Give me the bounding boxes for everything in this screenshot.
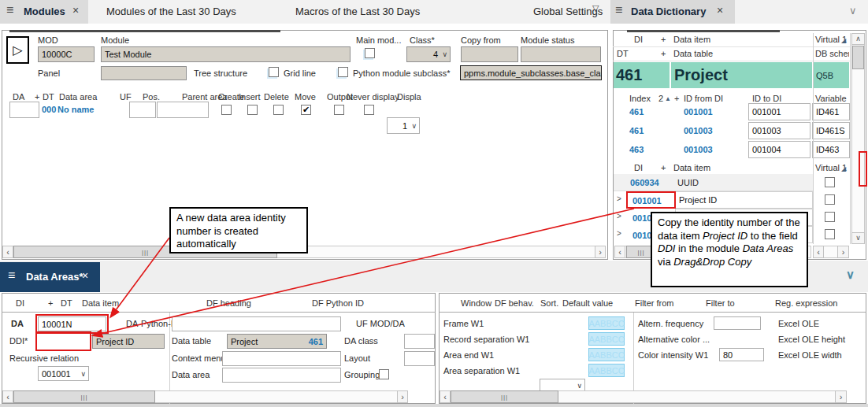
dict-data-item-header[interactable]: Data item: [673, 35, 710, 44]
layout-field[interactable]: [404, 351, 435, 366]
item-name-value[interactable]: UUID: [677, 178, 699, 187]
tab-data-areas[interactable]: ≡ Data Areas* ×: [0, 262, 100, 292]
id-to-cell[interactable]: 001004: [748, 141, 811, 158]
main-mod-checkbox[interactable]: [365, 48, 375, 58]
add-icon[interactable]: +: [674, 94, 679, 103]
expand-chevron-icon[interactable]: ∨: [846, 268, 855, 282]
variable-cell[interactable]: ID463: [812, 141, 850, 158]
index-value[interactable]: 463: [629, 145, 644, 154]
col-filter-to[interactable]: Filter to: [706, 298, 735, 308]
item-name-cell[interactable]: Project ID: [675, 191, 813, 209]
context-menu-field[interactable]: [222, 351, 341, 366]
class-dropdown[interactable]: 4: [406, 46, 451, 62]
python-subclass-checkbox[interactable]: [338, 67, 348, 77]
col-df-python-id[interactable]: DF Python ID: [312, 298, 364, 308]
selected-table-name[interactable]: Project: [671, 62, 812, 88]
col-uf[interactable]: UF: [120, 92, 132, 102]
id-from-value[interactable]: 001003: [684, 145, 713, 154]
col-data-item[interactable]: Data item: [82, 298, 119, 308]
tab-overflow-icon[interactable]: ▽: [592, 3, 599, 13]
create-checkbox[interactable]: [221, 105, 232, 115]
frame-w1-color-swatch[interactable]: AABBCC: [588, 316, 625, 330]
grid-line-checkbox[interactable]: [269, 67, 279, 77]
row-dt-value[interactable]: 000: [42, 105, 56, 114]
index-col-header[interactable]: Index: [629, 94, 651, 103]
python-subclass-field[interactable]: ppms.module_subclasses.base_class: [460, 65, 602, 80]
add-icon[interactable]: +: [661, 35, 666, 44]
delete-checkbox[interactable]: [273, 105, 284, 115]
col-never-display[interactable]: Never display: [347, 92, 399, 102]
mod-field[interactable]: 10000C: [38, 46, 95, 62]
grouping-checkbox[interactable]: [379, 369, 389, 379]
scroll-right-button[interactable]: ›: [837, 246, 849, 258]
never-display-checkbox[interactable]: [364, 105, 374, 115]
col-data-area[interactable]: Data area: [59, 92, 97, 102]
virtual-checkbox[interactable]: [825, 177, 835, 187]
da-class-field[interactable]: [404, 334, 435, 349]
scroll-down-button[interactable]: ∨: [851, 232, 865, 244]
panel-field[interactable]: [101, 66, 187, 80]
display-dropdown[interactable]: 1: [387, 117, 420, 134]
col-display[interactable]: Displa: [397, 92, 421, 102]
expand-icon[interactable]: >: [617, 212, 621, 220]
scroll-right-button[interactable]: ›: [835, 390, 847, 403]
color-intensity-field[interactable]: 80: [719, 348, 764, 361]
id-to-cell[interactable]: 001001: [748, 103, 811, 120]
scroll-left-button[interactable]: ‹: [2, 390, 13, 403]
sort-order-label[interactable]: 2: [658, 94, 663, 103]
item-di-value[interactable]: 0010: [632, 231, 651, 240]
area-separation-color-swatch[interactable]: AABBCC: [588, 364, 625, 377]
expand-icon[interactable]: >: [617, 194, 621, 203]
virtual-checkbox[interactable]: [825, 212, 835, 222]
col-insert[interactable]: Insert: [239, 92, 261, 102]
scroll-left-button[interactable]: ‹: [813, 246, 824, 258]
scrollbar-thumb[interactable]: [13, 390, 155, 403]
da-input[interactable]: [9, 102, 39, 118]
collapse-chevron-icon[interactable]: ∨: [849, 5, 857, 17]
pos-input[interactable]: [157, 102, 209, 118]
record-separation-color-swatch[interactable]: AABBCC: [588, 332, 625, 346]
id-from-value[interactable]: 001001: [684, 107, 713, 117]
tab-modules[interactable]: ≡ Modules ×: [0, 0, 88, 24]
add-icon[interactable]: +: [661, 163, 666, 172]
col-move[interactable]: Move: [295, 92, 316, 102]
scroll-left-button[interactable]: ‹: [2, 246, 13, 258]
virtual-checkbox[interactable]: [825, 229, 835, 239]
area-end-color-swatch[interactable]: AABBCC: [588, 348, 625, 361]
dict-di-header[interactable]: DI: [634, 35, 643, 44]
item-di-value[interactable]: 060934: [630, 178, 659, 187]
data-area-field[interactable]: [222, 368, 341, 383]
variable-cell[interactable]: ID461: [812, 103, 850, 120]
col-reg-expression[interactable]: Reg. expression: [775, 298, 838, 308]
scrollbar-thumb[interactable]: [451, 390, 558, 403]
col-df-behav[interactable]: DF behav.: [495, 298, 534, 308]
col-delete[interactable]: Delete: [264, 92, 289, 102]
scroll-up-button[interactable]: ∧: [851, 33, 865, 45]
expand-icon[interactable]: >: [617, 229, 621, 238]
dict-dt-header[interactable]: DT: [617, 49, 629, 58]
add-icon[interactable]: +: [35, 92, 39, 102]
selected-table-schema[interactable]: Q5B: [814, 62, 849, 88]
col-dt[interactable]: DT: [43, 92, 54, 102]
close-icon[interactable]: ×: [82, 269, 88, 282]
db-schema-header[interactable]: DB schema: [815, 49, 849, 58]
da-python-id-field[interactable]: [172, 316, 341, 331]
id-to-cell[interactable]: 001003: [748, 122, 811, 139]
add-icon[interactable]: +: [661, 49, 666, 58]
tab-recent-macros[interactable]: Macros of the Last 30 Days: [295, 6, 420, 17]
run-module-button[interactable]: ▷: [6, 36, 29, 64]
module-field[interactable]: Test Module: [101, 46, 351, 62]
selected-table-id[interactable]: 461: [614, 62, 670, 88]
scrollbar-thumb[interactable]: [852, 46, 864, 69]
item-di-value[interactable]: 0010: [632, 213, 651, 223]
insert-checkbox[interactable]: [247, 105, 258, 115]
col-window[interactable]: Window: [461, 298, 491, 308]
item-di-header[interactable]: DI: [634, 163, 643, 172]
index-value[interactable]: 461: [629, 126, 644, 135]
data-table-field[interactable]: Project 461: [227, 334, 327, 349]
output-checkbox[interactable]: [334, 105, 344, 115]
scroll-right-button[interactable]: ›: [595, 246, 606, 258]
col-da[interactable]: DA: [13, 92, 24, 102]
col-sort[interactable]: Sort.: [540, 298, 558, 308]
module-status-field[interactable]: [521, 46, 601, 62]
